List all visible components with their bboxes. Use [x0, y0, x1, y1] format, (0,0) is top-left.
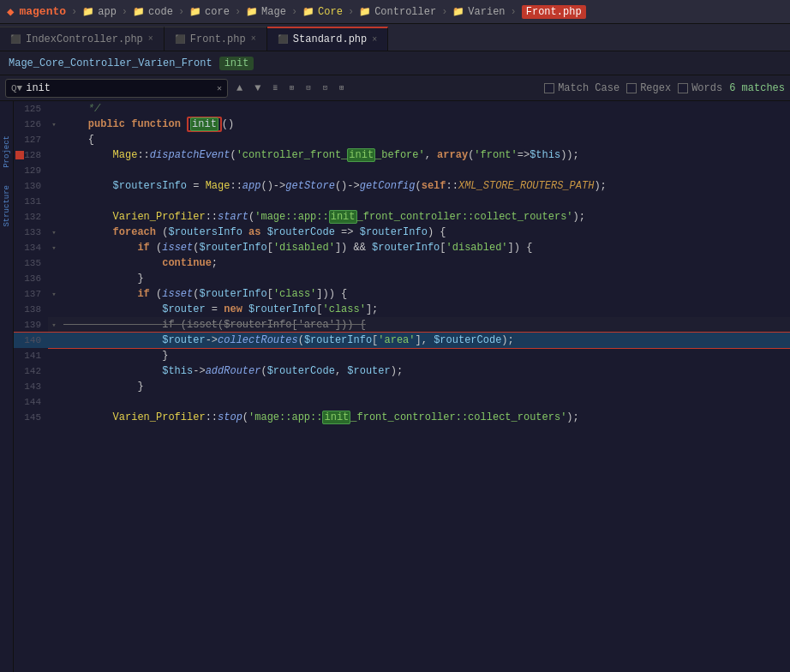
- code-line-127: 127 {: [14, 132, 790, 147]
- php-icon-active: ⬛: [278, 34, 288, 45]
- code-line-134: 134 ▾ if (isset($routerInfo['disabled'])…: [14, 240, 790, 255]
- code-line-141: 141 }: [14, 348, 790, 363]
- bc-app[interactable]: 📁 app: [82, 6, 117, 18]
- match-count: 6 matches: [729, 82, 785, 94]
- search-bar: Q▼ init ✕ ▲ ▼ ≣ ⊞ ⊟ ⊡ ⊞ Match Case Regex…: [0, 75, 790, 101]
- code-line-139: 139 ▾ if (isset($routerInfo['area'])) {: [14, 317, 790, 333]
- code-line-138: 138 $router = new $routerInfo['class'];: [14, 302, 790, 317]
- search-next-button[interactable]: ▼: [251, 81, 264, 96]
- tab-indexcontroller[interactable]: ⬛ IndexController.php ×: [0, 27, 165, 51]
- match-case-checkbox[interactable]: [544, 83, 554, 93]
- code-line-133: 133 ▾ foreach ($routersInfo as $routerCo…: [14, 225, 790, 240]
- code-container: 125 */ 126 ▾ public function init() 127 …: [14, 101, 790, 672]
- search-input-wrapper[interactable]: Q▼ init ✕: [5, 79, 228, 98]
- search-options: Match Case Regex Words 6 matches: [544, 82, 785, 94]
- path-method: init: [219, 57, 254, 70]
- search-prev-button[interactable]: ▲: [233, 81, 246, 96]
- code-line-131: 131: [14, 194, 790, 209]
- bc-controller[interactable]: 📁 Controller: [359, 6, 436, 18]
- code-line-128: 128 Mage::dispatchEvent('controller_fron…: [14, 147, 790, 163]
- bc-core-lower[interactable]: 📁 core: [189, 6, 230, 18]
- code-line-142: 142 $this->addRouter($routerCode, $route…: [14, 363, 790, 379]
- code-line-130: 130 $routersInfo = Mage::app()->getStore…: [14, 178, 790, 194]
- code-line-137: 137 ▾ if (isset($routerInfo['class'])) {: [14, 286, 790, 302]
- folder-icon: 📁: [246, 6, 258, 17]
- code-line-126: 126 ▾ public function init(): [14, 117, 790, 132]
- search-option3[interactable]: ⊟: [302, 81, 314, 94]
- search-clear-button[interactable]: ✕: [217, 83, 222, 93]
- folder-icon: 📁: [189, 6, 201, 17]
- tab-close-front[interactable]: ×: [251, 34, 256, 44]
- code-line-143: 143 }: [14, 379, 790, 394]
- search-prefix-icon: Q▼: [11, 83, 22, 93]
- search-option2[interactable]: ⊞: [286, 81, 297, 94]
- folder-icon: 📁: [82, 6, 94, 17]
- title-bar: ◆ magento › 📁 app › 📁 code › 📁 core › 📁 …: [0, 0, 790, 24]
- search-input-value: init: [26, 82, 51, 94]
- code-line-140: 140 $router->collectRoutes($routerInfo['…: [14, 333, 790, 348]
- structure-label: Structure: [3, 185, 11, 227]
- app-name: magento: [19, 5, 66, 18]
- code-line-129: 129: [14, 163, 790, 178]
- code-line-125: 125 */: [14, 101, 790, 117]
- search-option4[interactable]: ⊡: [320, 81, 331, 94]
- file-badge: Front.php: [522, 5, 586, 19]
- match-case-option[interactable]: Match Case: [544, 82, 619, 94]
- bc-core-upper[interactable]: 📁 Core: [302, 6, 343, 18]
- error-indicator: [15, 151, 24, 159]
- folder-icon: 📁: [133, 6, 145, 17]
- php-icon: ⬛: [10, 34, 21, 45]
- tabs-bar: ⬛ IndexController.php × ⬛ Front.php × ⬛ …: [0, 24, 790, 51]
- folder-icon: 📁: [359, 6, 371, 17]
- regex-checkbox[interactable]: [626, 83, 637, 93]
- code-line-145: 145 Varien_Profiler::stop('mage::app::in…: [14, 410, 790, 425]
- code-line-136: 136 }: [14, 271, 790, 286]
- app-icon: ◆: [7, 4, 14, 19]
- bc-code[interactable]: 📁 code: [133, 6, 173, 18]
- words-checkbox[interactable]: [678, 83, 688, 93]
- main-area: Project Structure 125 */ 126 ▾ public fu…: [0, 101, 790, 672]
- path-bar: Mage_Core_Controller_Varien_Front init: [0, 51, 790, 75]
- php-icon: ⬛: [175, 34, 185, 45]
- bc-varien[interactable]: 📁 Varien: [452, 6, 505, 18]
- path-class: Mage_Core_Controller_Varien_Front: [9, 57, 212, 69]
- regex-option[interactable]: Regex: [626, 82, 671, 94]
- folder-icon: 📁: [452, 6, 464, 17]
- code-line-144: 144: [14, 394, 790, 410]
- code-line-132: 132 Varien_Profiler::start('mage::app::i…: [14, 209, 790, 225]
- tab-close-indexcontroller[interactable]: ×: [148, 34, 153, 44]
- editor-area[interactable]: 125 */ 126 ▾ public function init() 127 …: [14, 101, 790, 672]
- bc-frontphp[interactable]: Front.php: [522, 5, 586, 19]
- code-line-135: 135 continue;: [14, 255, 790, 271]
- search-option1[interactable]: ≣: [269, 81, 280, 94]
- tab-standard[interactable]: ⬛ Standard.php ×: [267, 27, 388, 51]
- tab-close-standard[interactable]: ×: [372, 35, 377, 45]
- side-panel: Project Structure: [0, 101, 14, 672]
- bc-mage[interactable]: 📁 Mage: [246, 6, 286, 18]
- tab-front[interactable]: ⬛ Front.php ×: [165, 27, 267, 51]
- folder-icon-yellow: 📁: [302, 6, 314, 17]
- words-option[interactable]: Words: [678, 82, 722, 94]
- project-label: Project: [3, 135, 11, 168]
- search-option5[interactable]: ⊞: [336, 81, 347, 94]
